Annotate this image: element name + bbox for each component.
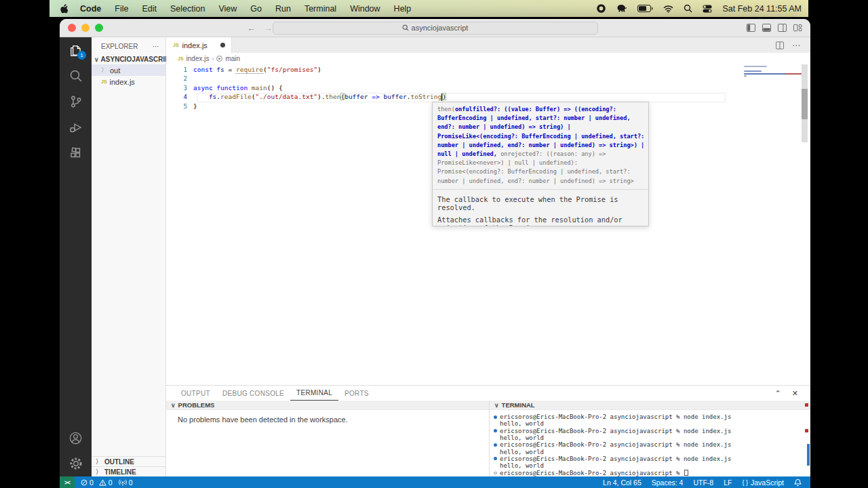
workspace-root-row[interactable]: ∨ ASYNCIOJAVASCRIPT xyxy=(92,54,165,64)
file-row-out[interactable]: 〉 out xyxy=(92,64,165,76)
notifications-bell-icon[interactable] xyxy=(794,479,802,487)
menu-go[interactable]: Go xyxy=(243,4,269,14)
breadcrumb-file[interactable]: index.js xyxy=(186,55,210,62)
menu-view[interactable]: View xyxy=(212,4,243,14)
close-panel-icon[interactable]: ✕ xyxy=(792,389,798,398)
search-view-button[interactable] xyxy=(60,63,92,89)
terminal-title: TERMINAL xyxy=(502,401,535,409)
menu-window[interactable]: Window xyxy=(343,4,387,14)
error-count: 0 xyxy=(90,479,94,487)
menu-terminal[interactable]: Terminal xyxy=(298,4,343,14)
panel-tab-debug-console[interactable]: DEBUG CONSOLE xyxy=(216,386,290,401)
breadcrumb-separator: › xyxy=(212,56,214,62)
breadcrumb-symbol[interactable]: main xyxy=(225,55,240,62)
code-line[interactable]: 1const fs = require("fs/promises") xyxy=(166,65,810,75)
toggle-primary-sidebar-icon[interactable] xyxy=(747,24,755,32)
code-line[interactable]: 3async function main() { xyxy=(166,83,810,93)
toggle-secondary-sidebar-icon[interactable] xyxy=(778,24,787,32)
close-window-button[interactable] xyxy=(68,24,76,32)
back-button[interactable]: ← xyxy=(247,23,256,33)
macos-menubar: CodeFileEditSelectionViewGoRunTerminalWi… xyxy=(50,0,808,17)
panel-tab-output[interactable]: OUTPUT xyxy=(175,386,216,401)
code-text: async function main() { xyxy=(193,84,283,92)
cursor-position[interactable]: Ln 4, Col 65 xyxy=(603,479,642,487)
indentation[interactable]: Spaces: 4 xyxy=(652,479,684,487)
code-line[interactable]: 4 fs.readFile("./out/data.txt").then(buf… xyxy=(166,93,810,102)
terminal-scrollbar[interactable] xyxy=(807,444,810,466)
terminal-overview-mark xyxy=(805,403,808,407)
settings-button[interactable] xyxy=(60,451,92,476)
editor-scrollbar[interactable] xyxy=(802,64,808,142)
activity-bar: 1 xyxy=(60,37,92,476)
chevron-down-icon[interactable]: ∨ xyxy=(494,402,499,409)
outline-section[interactable]: 〉 OUTLINE xyxy=(92,456,165,466)
terminal-view[interactable]: ∨ TERMINAL ericsoros@Erics-MacBook-Pro-2… xyxy=(490,401,810,476)
ports-status[interactable]: 0 xyxy=(119,479,133,487)
explorer-view-button[interactable]: 1 xyxy=(60,37,92,63)
encoding[interactable]: UTF-8 xyxy=(693,479,713,487)
split-editor-icon[interactable] xyxy=(776,41,784,49)
terminal-overview-mark xyxy=(805,429,808,432)
modified-dot-icon[interactable] xyxy=(220,43,225,47)
file-row-indexjs[interactable]: JS index.js xyxy=(92,76,165,87)
ports-count: 0 xyxy=(129,479,133,487)
command-center-search[interactable]: asynciojavascript xyxy=(273,22,598,35)
customize-layout-icon[interactable] xyxy=(793,24,802,32)
minimize-window-button[interactable] xyxy=(81,24,90,32)
spotlight-search-icon[interactable] xyxy=(684,4,692,13)
extensions-view-button[interactable] xyxy=(60,140,92,166)
js-file-icon: JS xyxy=(101,79,107,84)
apple-menu[interactable] xyxy=(50,3,73,14)
remote-indicator[interactable]: >< xyxy=(60,476,75,488)
code-editor[interactable]: 1const fs = require("fs/promises")23asyn… xyxy=(166,64,810,385)
doc-line-2: Attaches callbacks for the resolution an… xyxy=(437,216,644,226)
signature-line: number | undefined, end?: number | undef… xyxy=(437,141,644,150)
terminal-line-indent xyxy=(494,450,497,453)
code-line[interactable]: 2 xyxy=(166,75,810,84)
signature-docs: The callback to execute when the Promise… xyxy=(433,189,648,226)
language-mode[interactable]: { }JavaScript xyxy=(742,479,784,487)
command-decoration-icon xyxy=(494,429,497,432)
panel-tab-terminal[interactable]: TERMINAL xyxy=(290,386,338,401)
panel-tab-ports[interactable]: PORTS xyxy=(338,386,375,401)
chevron-right-icon: 〉 xyxy=(101,66,107,75)
eol-sequence[interactable]: LF xyxy=(724,479,732,487)
menu-file[interactable]: File xyxy=(108,4,135,14)
control-center-icon[interactable] xyxy=(703,5,712,13)
source-control-view-button[interactable] xyxy=(60,89,92,115)
signature-line: end?: number | undefined) => string) | xyxy=(437,123,644,131)
line-number: 4 xyxy=(166,94,193,100)
code-text: const fs = require("fs/promises") xyxy=(193,66,321,73)
more-actions-icon[interactable]: ⋯ xyxy=(792,41,801,50)
menu-code[interactable]: Code xyxy=(73,4,108,14)
wifi-icon[interactable] xyxy=(663,5,673,13)
menu-run[interactable]: Run xyxy=(269,4,298,14)
run-debug-view-button[interactable] xyxy=(60,115,92,140)
toggle-panel-icon[interactable] xyxy=(762,24,771,32)
minimap[interactable] xyxy=(744,66,791,78)
menu-selection[interactable]: Selection xyxy=(163,4,212,14)
chevron-down-icon[interactable]: ∨ xyxy=(171,402,176,409)
battery-icon xyxy=(637,5,653,12)
terminal-line: hello, world xyxy=(494,420,810,427)
zoom-window-button[interactable] xyxy=(95,24,103,32)
tab-indexjs[interactable]: JS index.js xyxy=(166,37,232,53)
error-icon xyxy=(81,479,87,486)
maximize-panel-icon[interactable]: ⌃ xyxy=(775,389,781,398)
record-icon[interactable] xyxy=(597,4,606,13)
menubar-clock[interactable]: Sat Feb 24 11:55 AM xyxy=(722,4,802,14)
command-decoration-icon xyxy=(494,457,497,460)
accounts-button[interactable] xyxy=(60,425,92,451)
forward-button[interactable]: → xyxy=(264,23,273,33)
command-center-label: asynciojavascript xyxy=(412,24,469,32)
gear-icon xyxy=(69,457,83,470)
search-icon xyxy=(69,69,83,83)
breadcrumb: JS index.js › main xyxy=(166,53,810,64)
menu-edit[interactable]: Edit xyxy=(135,4,163,14)
problems-status[interactable]: 0 0 xyxy=(81,479,113,487)
explorer-more-actions[interactable]: ⋯ xyxy=(153,43,160,50)
menu-help[interactable]: Help xyxy=(387,4,418,14)
mammoth-app-icon[interactable] xyxy=(616,4,627,13)
problems-message: No problems have been detected in the wo… xyxy=(166,410,489,424)
timeline-section[interactable]: 〉 TIMELINE xyxy=(92,466,165,476)
